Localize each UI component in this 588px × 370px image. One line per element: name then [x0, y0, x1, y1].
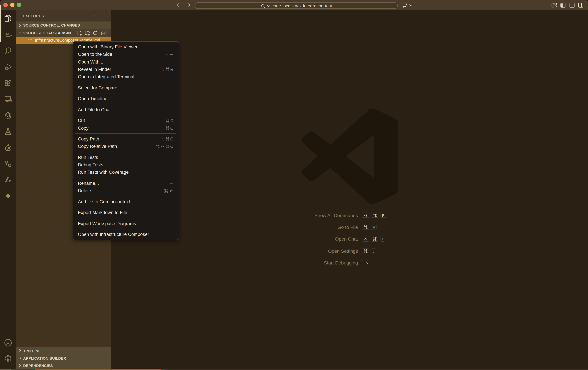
svg-text:aws: aws [5, 32, 11, 36]
